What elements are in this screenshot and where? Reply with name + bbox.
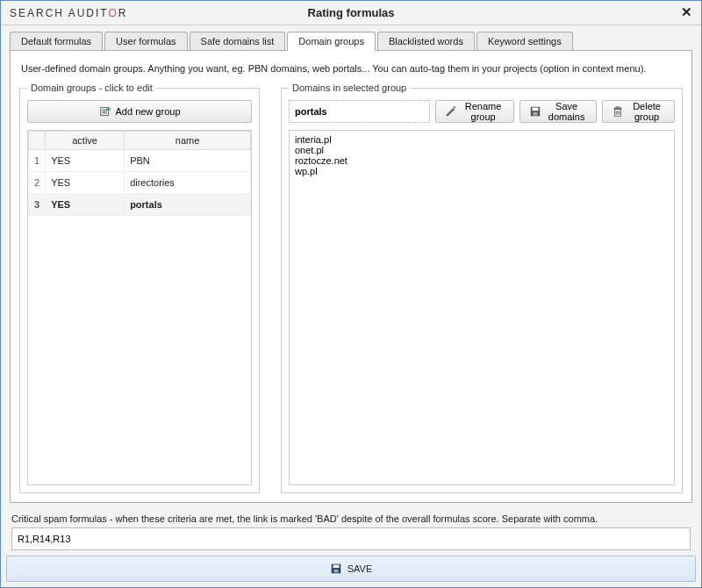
delete-group-label: Delete group [628,101,665,122]
group-name-input[interactable] [289,100,430,123]
close-button[interactable]: ✕ [678,4,694,20]
add-group-icon [99,105,111,118]
group-actions-row: Rename group Save domains [289,100,675,123]
domain-groups-fieldset: Domain groups - click to edit Add new gr… [19,82,260,493]
tab-safe-domains[interactable]: Safe domains list [190,32,286,51]
trash-icon [612,105,624,118]
domain-list-textarea[interactable] [289,130,675,485]
svg-rect-8 [533,108,539,111]
tab-blacklisted-words[interactable]: Blacklisted words [377,32,475,51]
table-row[interactable]: 1 YES PBN [29,150,251,172]
domains-in-group-fieldset: Domains in selected group Rename group [281,82,683,493]
table-row[interactable]: 2 YES directories [29,172,251,194]
domains-in-group-legend: Domains in selected group [289,82,410,93]
critical-formulas-input[interactable] [11,527,691,550]
floppy-icon [330,563,342,575]
right-column: Domains in selected group Rename group [281,82,683,493]
svg-rect-17 [333,565,339,569]
tab-bar: Default formulas User formulas Safe doma… [1,25,701,50]
tab-default-formulas[interactable]: Default formulas [10,32,103,51]
svg-rect-9 [534,112,538,116]
tab-user-formulas[interactable]: User formulas [104,32,187,51]
col-active: active [46,132,125,150]
tab-panel-domain-groups: User-defined domain groups. Anything you… [10,50,692,503]
tab-keyword-settings[interactable]: Keyword settings [476,32,573,51]
panel-description: User-defined domain groups. Anything you… [21,63,681,74]
save-domains-button[interactable]: Save domains [519,100,597,123]
add-new-group-label: Add new group [116,106,181,117]
col-index [29,132,46,150]
save-button-label: SAVE [347,563,373,574]
svg-rect-18 [333,570,338,573]
save-domains-label: Save domains [546,101,587,122]
tab-domain-groups[interactable]: Domain groups [287,32,376,51]
rating-formulas-window: SEARCH AUDITOR Rating formulas ✕ Default… [0,0,702,588]
pencil-icon [445,105,457,118]
floppy-icon [529,105,541,118]
delete-group-button[interactable]: Delete group [602,100,675,123]
table-row[interactable]: 3 YES portals [29,194,251,216]
titlebar: SEARCH AUDITOR Rating formulas ✕ [1,1,701,25]
columns: Domain groups - click to edit Add new gr… [19,82,683,493]
critical-formulas-label: Critical spam formulas - when these crit… [11,513,691,524]
domain-groups-legend: Domain groups - click to edit [27,82,156,93]
rename-group-label: Rename group [462,101,505,122]
left-column: Domain groups - click to edit Add new gr… [19,82,260,493]
col-name: name [125,132,251,150]
brand-logo: SEARCH AUDITOR [1,7,127,19]
domain-groups-table: active name 1 YES PBN [27,130,252,485]
add-new-group-button[interactable]: Add new group [27,100,252,123]
save-button[interactable]: SAVE [6,556,696,582]
rename-group-button[interactable]: Rename group [435,100,514,123]
